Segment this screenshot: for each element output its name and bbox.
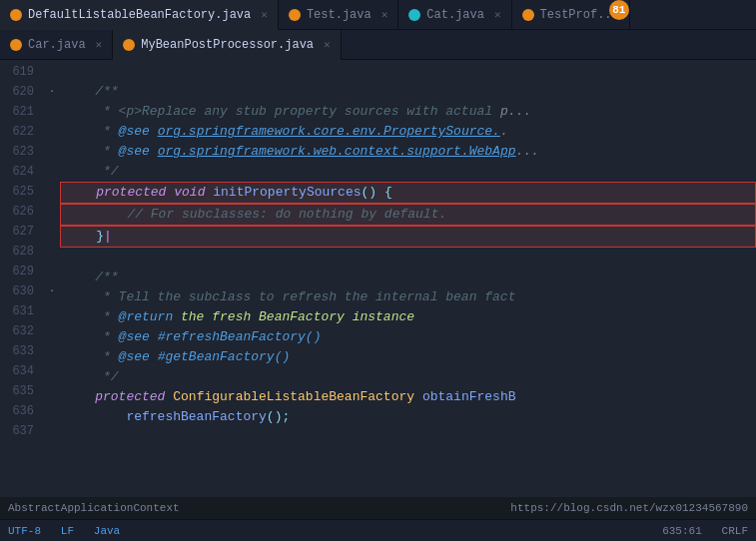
comment-text	[150, 124, 158, 139]
code-line-632: * @see #refreshBeanFactory()	[60, 327, 756, 347]
code-line-627: }|	[60, 226, 756, 248]
status-right: 635:61 CRLF	[662, 525, 748, 537]
tab-test[interactable]: Test.java ✕	[279, 0, 398, 30]
status-left: UTF-8 LF Java	[8, 525, 120, 537]
tab-close-icon[interactable]: ✕	[381, 8, 388, 21]
code-line-624: */	[60, 162, 756, 182]
code-line-636: refreshBeanFactory();	[60, 407, 756, 427]
tab-close-icon[interactable]: ✕	[494, 8, 501, 21]
line-num: 632	[8, 321, 34, 341]
line-num: 628	[8, 242, 34, 262]
line-num: 622	[8, 122, 34, 142]
line-num: 625	[8, 182, 34, 202]
tab-testprof[interactable]: TestProf... 81	[512, 0, 630, 30]
comment-link: org.springframework.core.env.PropertySou…	[158, 124, 500, 139]
line-num: 624	[8, 162, 34, 182]
line-num: 630	[8, 281, 34, 301]
code-line-631: * @return the fresh BeanFactory instance	[60, 307, 756, 327]
line-num: 635	[8, 381, 34, 401]
code-line-623: * @see org.springframework.web.context.s…	[60, 142, 756, 162]
code-line-629: /**	[60, 268, 756, 287]
line-num: 621	[8, 102, 34, 122]
comment-tag: @see	[119, 349, 150, 364]
tab-close-icon[interactable]: ✕	[96, 38, 103, 51]
tab-label: Car.java	[28, 38, 86, 52]
code-content[interactable]: /** * <p>Replace any stub property sourc…	[60, 60, 756, 497]
line-num: 634	[8, 361, 34, 381]
status-bar: UTF-8 LF Java 635:61 CRLF	[0, 519, 756, 541]
tab-cat[interactable]: Cat.java ✕	[398, 0, 511, 30]
type-name: ConfigurableListableBeanFactory	[173, 389, 414, 404]
tab-icon-java	[522, 9, 534, 21]
code-editor: 619 620 621 622 623 624 625 626 627 628 …	[0, 60, 756, 497]
code-line-622: * @see org.springframework.core.env.Prop…	[60, 122, 756, 142]
comment-tag: @see	[119, 329, 150, 344]
code-line-628	[60, 248, 756, 268]
code-line-619	[60, 62, 756, 82]
tab-icon-java	[10, 39, 22, 51]
line-num: 627	[8, 222, 34, 242]
comment-link: #getBeanFactory()	[158, 349, 291, 364]
tab-label: DefaultListableBeanFactory.java	[28, 8, 251, 22]
file-bar: AbstractApplicationContext https://blog.…	[0, 497, 756, 519]
tab-label: Cat.java	[426, 8, 484, 22]
tab-label: TestProf...	[540, 8, 619, 22]
tab-close-icon[interactable]: ✕	[261, 8, 268, 21]
tab-icon-java	[408, 9, 420, 21]
comment-text: */	[64, 164, 119, 179]
code-line-621: * <p>Replace any stub property sources w…	[60, 102, 756, 122]
comment-tag: @return	[119, 309, 174, 324]
method-name: obtainFreshB	[422, 389, 516, 404]
comment-text: * Tell the subclass to refresh the inter…	[64, 289, 515, 304]
comment-text: *	[64, 349, 119, 364]
code-line-630: * Tell the subclass to refresh the inter…	[60, 287, 756, 307]
line-num: 623	[8, 142, 34, 162]
code-line-625: protected void initPropertySources() {	[60, 182, 756, 204]
code-line-637	[60, 427, 756, 447]
line-num: 619	[8, 62, 34, 82]
comment-text: *	[64, 124, 119, 139]
tab-bar-second: Car.java ✕ MyBeanPostProcessor.java ✕	[0, 30, 756, 60]
line-num: 637	[8, 421, 34, 441]
line-num: 629	[8, 262, 34, 281]
keyword: protected	[64, 389, 165, 404]
keyword-void: void	[174, 185, 205, 200]
code-line-626: // For subclasses: do nothing by default…	[60, 204, 756, 226]
comment-text: * <p>Replace any stub property sources w…	[64, 104, 500, 119]
code-line-634: */	[60, 367, 756, 387]
comment-text: /**	[64, 270, 119, 284]
method-call: refreshBeanFactory	[64, 409, 267, 424]
tab-mybeanpostprocessor[interactable]: MyBeanPostProcessor.java ✕	[113, 30, 341, 60]
method-name: initPropertySources	[213, 185, 361, 200]
comment-text: *	[64, 329, 119, 344]
comment-text: // For subclasses: do nothing by default…	[65, 207, 446, 222]
comment-link: #refreshBeanFactory()	[158, 329, 322, 344]
code-line-633: * @see #getBeanFactory()	[60, 347, 756, 367]
comment-tag: @see	[119, 124, 150, 139]
tab-close-icon[interactable]: ✕	[324, 38, 331, 51]
code-line-620: /**	[60, 82, 756, 102]
file-bar-left: AbstractApplicationContext	[8, 502, 180, 514]
keyword: protected	[65, 185, 166, 200]
line-num: 631	[8, 301, 34, 321]
line-numbers: 619 620 621 622 623 624 625 626 627 628 …	[0, 60, 44, 497]
comment-text: *	[64, 144, 119, 159]
tab-defaultlistablebean[interactable]: DefaultListableBeanFactory.java ✕	[0, 0, 279, 30]
comment-text: *	[64, 309, 119, 324]
comment-link: org.springframework.web.context.support.…	[158, 144, 516, 159]
line-num: 633	[8, 341, 34, 361]
tab-icon-java	[289, 9, 301, 21]
gutter: · ·	[44, 60, 60, 497]
comment-text	[150, 329, 158, 344]
code-line-635: protected ConfigurableListableBeanFactor…	[60, 387, 756, 407]
tab-icon-java	[123, 39, 135, 51]
line-num: 626	[8, 202, 34, 222]
comment-return: the fresh BeanFactory instance	[173, 309, 414, 324]
comment-text: */	[64, 369, 119, 384]
notification-badge: 81	[609, 0, 629, 20]
comment-text	[150, 144, 158, 159]
line-num: 636	[8, 401, 34, 421]
tab-car[interactable]: Car.java ✕	[0, 30, 113, 60]
file-bar-right: https://blog.csdn.net/wzx01234567890	[510, 502, 748, 514]
line-num: 620	[8, 82, 34, 102]
